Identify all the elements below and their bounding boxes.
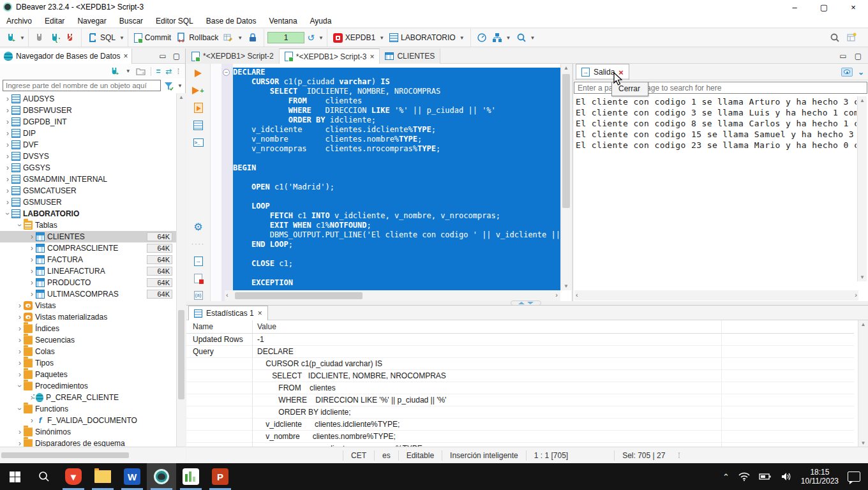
output-horizontal-scrollbar[interactable]: ‹ › <box>574 290 858 301</box>
tree-chevron-icon[interactable]: › <box>28 232 36 241</box>
tree-item-vistas-materializadas[interactable]: ›Vistas materializadas <box>0 311 176 323</box>
tree-chevron-icon[interactable]: › <box>4 94 11 103</box>
tree-chevron-icon[interactable]: › <box>16 359 24 368</box>
tree-chevron-icon[interactable]: › <box>4 152 11 161</box>
stats-row[interactable]: QueryDECLARE <box>186 346 854 358</box>
tree-item-lineafactura[interactable]: ›LINEAFACTURA64K <box>0 265 176 277</box>
tree-chevron-icon[interactable]: › <box>4 117 11 126</box>
navigator-tab[interactable]: Navegador de Bases de Datos × <box>0 48 132 64</box>
tab-close-icon[interactable]: × <box>370 52 374 61</box>
tree-chevron-icon[interactable]: › <box>4 129 11 138</box>
menu-ventana[interactable]: Ventana <box>263 17 304 26</box>
editor-vertical-scrollbar[interactable]: ▲ ▼ <box>560 64 571 290</box>
tree-item-f-valida-documento[interactable]: ›fF_VALIDA_DOCUMENTO <box>0 415 176 426</box>
tree-item-secuencias[interactable]: ›Secuencias <box>0 334 176 346</box>
editor-tab--xepdb1-script-2[interactable]: *<XEPDB1> Script-2 <box>186 48 280 64</box>
toolbar-search-dropdown[interactable]: ▼ <box>530 35 535 41</box>
fold-marker-icon[interactable]: − <box>223 69 230 76</box>
output-vertical-scrollbar[interactable]: ▲ ▼ <box>857 96 867 281</box>
editor-tab--xepdb1-script-3[interactable]: *<XEPDB1> Script-3× <box>280 48 380 64</box>
rollback-button[interactable]: Rollback <box>174 31 221 44</box>
network-button[interactable]: ▼ <box>490 31 514 44</box>
menu-navegar[interactable]: Navegar <box>71 17 112 26</box>
link-editor-icon[interactable]: ⇄ <box>166 67 172 76</box>
tree-chevron-icon[interactable]: › <box>4 106 11 115</box>
taskbar-project-button[interactable] <box>176 463 206 490</box>
transaction-mode-button[interactable]: ▼ <box>221 31 245 44</box>
stats-row[interactable]: Updated Rows-1 <box>186 334 854 346</box>
tree-item-colas[interactable]: ›Colas <box>0 346 176 357</box>
tree-item-clientes[interactable]: ›CLIENTES64K <box>0 231 176 242</box>
tree-item-p-crear-cliente[interactable]: ›P_CREAR_CLIENTE <box>0 392 176 403</box>
tree-chevron-icon[interactable]: › <box>15 405 24 413</box>
tree-item-ggsys[interactable]: ›GGSYS <box>0 162 176 174</box>
reconnect-button[interactable] <box>47 31 63 44</box>
open-console-icon[interactable]: >_ <box>192 137 205 148</box>
tray-chevron-up-icon[interactable]: ⌃ <box>722 472 730 482</box>
menu-buscar[interactable]: Buscar <box>113 17 149 26</box>
stats-vertical-scrollbar[interactable]: ▲ ▼ <box>858 320 868 447</box>
new-connection-dropdown[interactable]: ▼ <box>20 35 25 41</box>
panel-maximize-icon[interactable]: ▢ <box>173 52 180 61</box>
stats-row[interactable]: v_nombre clientes.nombre%TYPE; <box>186 431 854 443</box>
tree-chevron-icon[interactable]: › <box>3 210 12 218</box>
view-menu-icon[interactable]: ⁞ <box>177 67 180 76</box>
tree-item-gsmuser[interactable]: ›GSMUSER <box>0 197 176 208</box>
menu-editar[interactable]: Editar <box>38 17 71 26</box>
sql-editor-button[interactable]: SQL <box>85 31 118 44</box>
tree-item-dvf[interactable]: ›DVF <box>0 139 176 151</box>
taskbar-explorer-button[interactable] <box>88 463 117 490</box>
editor-horizontal-scrollbar[interactable]: ‹ › <box>225 290 560 301</box>
tree-item-factura[interactable]: ›FACTURA64K <box>0 254 176 265</box>
menu-editor-sql[interactable]: Editor SQL <box>149 17 200 26</box>
tree-chevron-icon[interactable]: › <box>16 427 24 436</box>
perspective-icon[interactable] <box>846 33 857 43</box>
sql-editor-dropdown[interactable]: ▼ <box>119 35 124 41</box>
tree-item-tipos[interactable]: ›Tipos <box>0 357 176 369</box>
tree-item-dgpdb-int[interactable]: ›DGPDB_INT <box>0 116 176 128</box>
tree-item-vistas[interactable]: ›Vistas <box>0 300 176 311</box>
code-area[interactable]: DECLARE CURSOR c1(p_ciudad varchar) IS S… <box>233 68 560 292</box>
stats-close-icon[interactable]: × <box>258 309 262 318</box>
commit-button[interactable]: Commit <box>131 32 174 44</box>
taskbar-powerpoint-button[interactable]: P <box>206 463 235 490</box>
editor-maximize-icon[interactable]: ▢ <box>855 52 862 61</box>
execute-new-tab-icon[interactable]: + <box>192 85 205 96</box>
tree-chevron-icon[interactable]: › <box>16 370 24 379</box>
tree-chevron-icon[interactable]: › <box>16 301 24 310</box>
filter-icon[interactable] <box>163 81 174 91</box>
stats-row[interactable]: ORDER BY idcliente; <box>186 406 854 419</box>
schema-dropdown[interactable]: ▼ <box>460 35 465 41</box>
tree-chevron-icon[interactable]: › <box>28 278 36 287</box>
minimize-button[interactable]: – <box>780 0 809 14</box>
taskbar-brave-button[interactable]: ▼ <box>59 463 88 490</box>
taskbar-search-button[interactable] <box>29 463 59 490</box>
tree-chevron-icon[interactable]: › <box>28 416 36 425</box>
tree-item-gsmadmin-internal[interactable]: ›GSMADMIN_INTERNAL <box>0 174 176 185</box>
collapse-all-icon[interactable]: = <box>156 67 161 76</box>
navigator-close-icon[interactable]: × <box>123 52 128 61</box>
status-overflow-icon[interactable]: ⁞ <box>678 451 680 460</box>
new-folder-icon[interactable]: + <box>136 67 146 75</box>
global-search-icon[interactable] <box>830 33 840 43</box>
history-dropdown[interactable]: ▼ <box>318 35 324 41</box>
stats-tab[interactable]: Estadísticas 1 × <box>188 306 268 320</box>
schema-selector[interactable]: LABORATORIO ▼ <box>387 32 467 43</box>
menu-base-de-datos[interactable]: Base de Datos <box>200 17 263 26</box>
export-result-icon[interactable]: → <box>192 255 205 267</box>
tree-item-functions[interactable]: ›Functions <box>0 403 176 415</box>
taskbar-word-button[interactable]: W <box>117 463 147 490</box>
tree-chevron-icon[interactable]: › <box>16 324 24 333</box>
panel-minimize-icon[interactable]: ▭ <box>159 52 166 61</box>
tree-item-ultimascompras[interactable]: ›ULTIMASCOMPRAS64K <box>0 288 176 300</box>
tree-chevron-icon[interactable]: › <box>28 290 36 299</box>
tree-chevron-icon[interactable]: › <box>4 186 11 195</box>
tree-chevron-icon[interactable]: › <box>15 382 24 390</box>
tree-scrollbar[interactable]: ▲ ▼ <box>176 93 186 463</box>
disconnect-button[interactable] <box>63 31 78 44</box>
tree-chevron-icon[interactable]: › <box>16 347 24 356</box>
tree-item-laboratorio[interactable]: ›LABORATORIO <box>0 208 176 219</box>
menu-archivo[interactable]: Archivo <box>0 17 38 26</box>
wifi-icon[interactable] <box>738 472 750 481</box>
volume-icon[interactable] <box>781 472 792 481</box>
